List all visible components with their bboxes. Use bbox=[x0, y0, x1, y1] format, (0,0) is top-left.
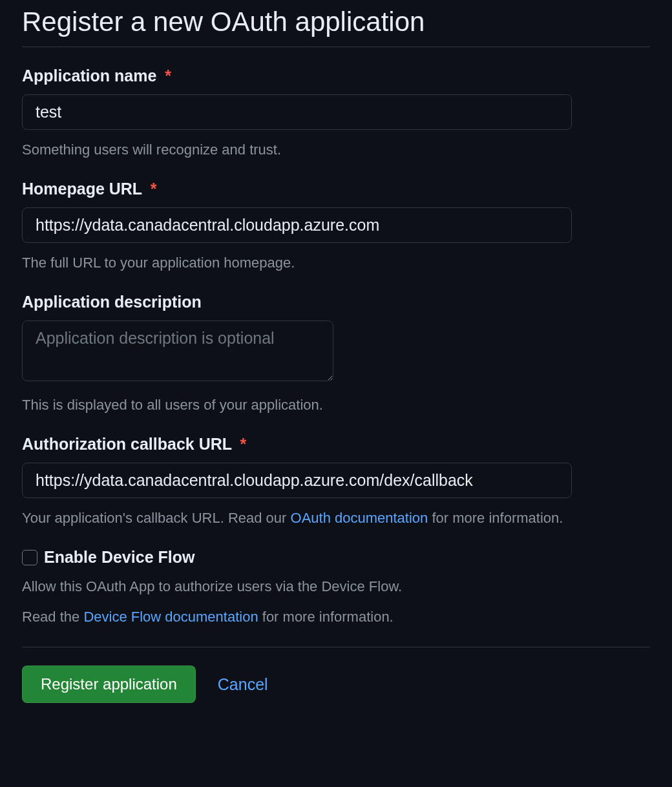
homepage-url-label: Homepage URL * bbox=[22, 180, 650, 198]
device-flow-checkbox-row: Enable Device Flow bbox=[22, 548, 650, 567]
oauth-documentation-link[interactable]: OAuth documentation bbox=[291, 510, 428, 526]
required-asterisk-icon: * bbox=[151, 180, 157, 198]
application-description-input[interactable] bbox=[22, 320, 333, 381]
application-description-label: Application description bbox=[22, 293, 650, 311]
required-asterisk-icon: * bbox=[240, 435, 247, 453]
application-description-label-text: Application description bbox=[22, 293, 202, 311]
homepage-url-label-text: Homepage URL bbox=[22, 180, 142, 198]
device-flow-group: Enable Device Flow Allow this OAuth App … bbox=[22, 548, 650, 627]
cancel-link[interactable]: Cancel bbox=[218, 675, 268, 694]
enable-device-flow-checkbox[interactable] bbox=[22, 550, 37, 565]
homepage-url-group: Homepage URL * The full URL to your appl… bbox=[22, 180, 650, 273]
register-application-button[interactable]: Register application bbox=[22, 666, 196, 703]
callback-url-help-post: for more information. bbox=[428, 510, 563, 526]
application-description-group: Application description This is displaye… bbox=[22, 293, 650, 415]
device-flow-help2-pre: Read the bbox=[22, 609, 83, 625]
callback-url-label-text: Authorization callback URL bbox=[22, 435, 232, 453]
required-asterisk-icon: * bbox=[165, 67, 171, 85]
callback-url-group: Authorization callback URL * Your applic… bbox=[22, 435, 650, 529]
form-actions: Register application Cancel bbox=[22, 666, 650, 703]
application-name-input[interactable] bbox=[22, 94, 572, 130]
device-flow-help2: Read the Device Flow documentation for m… bbox=[22, 606, 650, 627]
device-flow-documentation-link[interactable]: Device Flow documentation bbox=[83, 609, 258, 625]
application-name-label: Application name * bbox=[22, 67, 650, 85]
callback-url-input[interactable] bbox=[22, 463, 572, 498]
callback-url-label: Authorization callback URL * bbox=[22, 435, 650, 454]
application-name-group: Application name * Something users will … bbox=[22, 67, 650, 160]
callback-url-help: Your application's callback URL. Read ou… bbox=[22, 507, 650, 529]
enable-device-flow-label: Enable Device Flow bbox=[44, 548, 194, 567]
device-flow-help1: Allow this OAuth App to authorize users … bbox=[22, 576, 650, 597]
divider bbox=[22, 647, 650, 647]
application-name-label-text: Application name bbox=[22, 67, 156, 85]
page-title: Register a new OAuth application bbox=[22, 0, 650, 47]
application-description-help: This is displayed to all users of your a… bbox=[22, 394, 650, 415]
application-name-help: Something users will recognize and trust… bbox=[22, 139, 650, 160]
homepage-url-help: The full URL to your application homepag… bbox=[22, 252, 650, 273]
callback-url-help-pre: Your application's callback URL. Read ou… bbox=[22, 510, 291, 526]
homepage-url-input[interactable] bbox=[22, 207, 572, 243]
device-flow-help2-post: for more information. bbox=[258, 609, 394, 625]
